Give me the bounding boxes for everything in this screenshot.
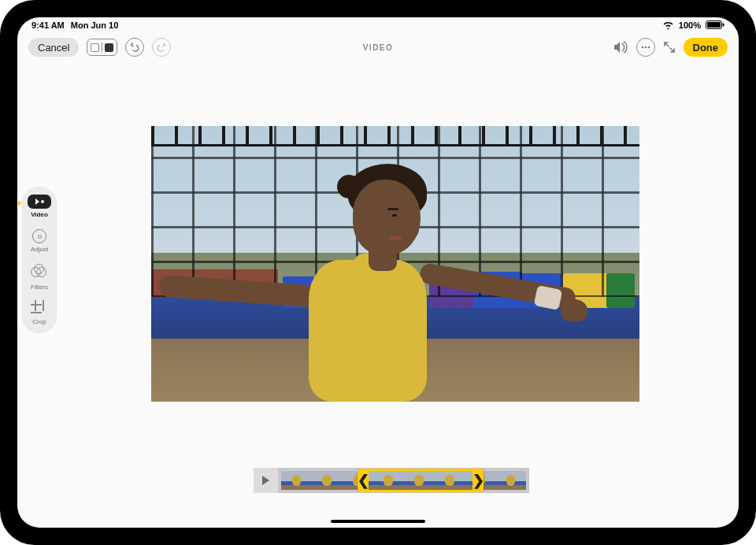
tool-filters-label: Filters — [31, 284, 48, 291]
done-button[interactable]: Done — [684, 38, 728, 57]
video-timeline: ❮ ❯ — [254, 468, 529, 493]
tool-adjust[interactable]: Adjust — [22, 229, 57, 253]
svg-point-4 — [644, 46, 647, 49]
home-indicator[interactable] — [331, 520, 425, 523]
tool-adjust-label: Adjust — [31, 246, 48, 253]
wifi-icon — [662, 20, 674, 31]
battery-icon — [706, 20, 724, 31]
status-bar: 9:41 AM Mon Jun 10 100% — [17, 17, 739, 33]
volume-button[interactable] — [613, 41, 628, 54]
tool-crop[interactable]: Crop — [22, 302, 57, 325]
undo-button[interactable] — [125, 38, 144, 57]
play-icon — [262, 476, 269, 485]
done-label: Done — [693, 42, 719, 54]
battery-percent: 100% — [679, 20, 701, 30]
video-preview[interactable] — [151, 126, 639, 402]
fullscreen-button[interactable] — [663, 41, 676, 54]
play-button[interactable] — [254, 468, 279, 493]
status-time: 9:41 AM — [32, 20, 65, 30]
toolbar-title: VIDEO — [363, 43, 394, 52]
ipad-frame: 9:41 AM Mon Jun 10 100% Cancel — [0, 0, 756, 545]
live-photo-toggle[interactable] — [87, 39, 117, 56]
preview-frame — [151, 126, 639, 402]
timeline-track[interactable]: ❮ ❯ — [279, 468, 529, 493]
tool-crop-label: Crop — [32, 318, 46, 325]
trim-handle-start[interactable]: ❮ — [358, 471, 369, 490]
edit-tool-rail: Video Adjust Filters Crop — [22, 187, 57, 333]
svg-rect-1 — [707, 22, 721, 28]
trim-selection[interactable]: ❮ ❯ — [358, 469, 484, 492]
tool-video[interactable]: Video — [22, 195, 57, 218]
more-button[interactable] — [636, 38, 655, 57]
screen: 9:41 AM Mon Jun 10 100% Cancel — [17, 17, 739, 528]
svg-point-3 — [641, 46, 643, 49]
adjust-icon — [32, 229, 46, 243]
status-date: Mon Jun 10 — [71, 20, 119, 30]
redo-button[interactable] — [152, 38, 171, 57]
editor-toolbar: Cancel VIDEO — [17, 33, 739, 61]
svg-rect-2 — [723, 23, 724, 26]
cancel-label: Cancel — [38, 42, 69, 54]
crop-icon — [32, 302, 46, 316]
cancel-button[interactable]: Cancel — [28, 38, 79, 57]
square-outline-icon — [91, 43, 99, 52]
filters-icon — [31, 264, 48, 281]
svg-point-5 — [647, 46, 650, 49]
trim-handle-end[interactable]: ❯ — [472, 471, 484, 490]
video-icon — [28, 195, 51, 209]
square-filled-icon — [105, 43, 113, 52]
tool-video-label: Video — [31, 211, 48, 218]
tool-filters[interactable]: Filters — [22, 264, 57, 291]
